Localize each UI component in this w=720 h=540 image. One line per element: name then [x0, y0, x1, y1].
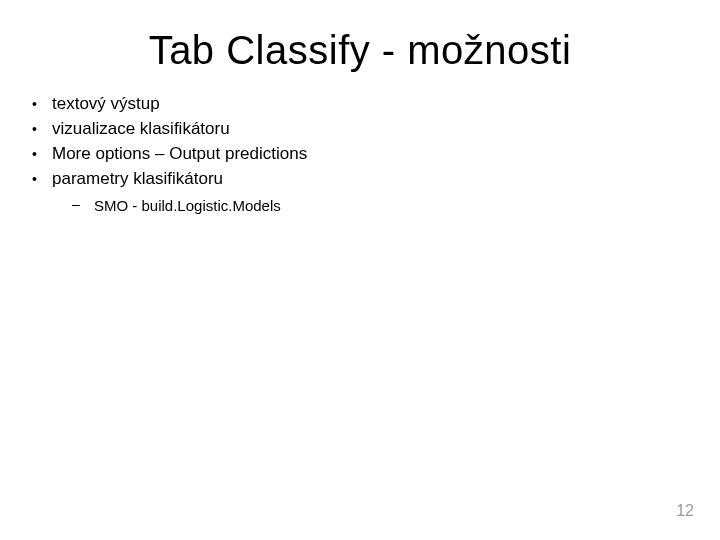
slide-content: • textový výstup • vizualizace klasifiká…	[0, 93, 720, 216]
list-item: • vizualizace klasifikátoru	[32, 118, 672, 141]
list-item: • parametry klasifikátoru	[32, 168, 672, 191]
sub-item-text: SMO - build.Logistic.Models	[94, 195, 281, 216]
bullet-marker-icon: •	[32, 168, 52, 190]
sub-list-item: – SMO - build.Logistic.Models	[72, 195, 672, 216]
bullet-text: vizualizace klasifikátoru	[52, 118, 672, 141]
bullet-text: parametry klasifikátoru	[52, 168, 672, 191]
bullet-text: More options – Output predictions	[52, 143, 672, 166]
list-item: • More options – Output predictions	[32, 143, 672, 166]
list-item: • textový výstup	[32, 93, 672, 116]
bullet-marker-icon: •	[32, 143, 52, 165]
bullet-marker-icon: •	[32, 93, 52, 115]
sub-list: – SMO - build.Logistic.Models	[32, 195, 672, 216]
bullet-list: • textový výstup • vizualizace klasifiká…	[32, 93, 672, 191]
page-number: 12	[676, 502, 694, 520]
bullet-text: textový výstup	[52, 93, 672, 116]
slide-title: Tab Classify - možnosti	[0, 0, 720, 93]
bullet-marker-icon: •	[32, 118, 52, 140]
dash-marker-icon: –	[72, 195, 94, 215]
